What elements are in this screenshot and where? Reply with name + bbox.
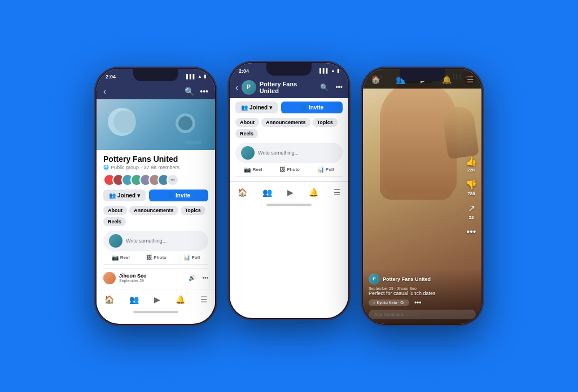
more-icon-post-1[interactable]: •••	[202, 275, 208, 281]
tab-topics-2[interactable]: Topics	[313, 118, 338, 127]
volume-icon-1[interactable]: 🔊	[189, 275, 195, 281]
nav-home-3[interactable]: 🏠	[366, 74, 385, 85]
avatar-more-1: •••	[167, 174, 179, 186]
audio-pill-3[interactable]: ♪ Kyoko Kato · Or	[369, 299, 409, 306]
poll-icon-2: 📊	[317, 166, 324, 173]
poll-button-1[interactable]: 📊 Poll	[183, 254, 200, 261]
photo-button-1[interactable]: 🖼 Photo	[146, 254, 167, 261]
post-preview-1: Jihoon Seo September 29 🔊 •••	[103, 268, 208, 285]
nav-home-1[interactable]: 🏠	[100, 294, 119, 305]
tab-announcements-2[interactable]: Announcements	[261, 118, 310, 127]
back-icon-2[interactable]: ‹	[235, 83, 238, 92]
phone-3-screen: 2:04 ▌▌▌ ▲ ▮ ‹ 📷 Create	[363, 69, 481, 324]
dislike-action-3[interactable]: 👎 780	[466, 179, 477, 196]
notch-3	[400, 69, 445, 81]
reel-audio-row-3: ♪ Kyoko Kato · Or •••	[369, 299, 476, 307]
battery-icon: ▮	[204, 74, 206, 79]
share-count-3: 52	[469, 215, 474, 220]
nav-home-2[interactable]: 🏠	[233, 187, 252, 198]
reel-description-3: Perfect for casual lunch dates	[369, 290, 476, 296]
bottom-nav-2: 🏠 👥 ▶ 🔔 ☰	[230, 182, 348, 201]
nav-menu-3[interactable]: ☰	[462, 74, 479, 85]
write-something-1[interactable]: Write something...	[103, 231, 208, 251]
action-row-2: 👥 Joined ▾ 👤 Invite About Announcements …	[230, 98, 348, 182]
like-count-3: 22K	[467, 168, 476, 173]
poll-button-2[interactable]: 📊 Poll	[317, 166, 334, 173]
nav-video-1[interactable]: ▶	[150, 294, 165, 305]
write-something-2[interactable]: Write something...	[235, 143, 343, 163]
wifi-icon-2: ▲	[331, 68, 335, 73]
action-buttons-1: 👥 Joined ▾ 👤 Invite	[103, 190, 208, 201]
phone-2: 2:04 ▌▌▌ ▲ ▮ ‹ P Pottery Fans United 🔍 •…	[227, 61, 351, 320]
invite-icon-1: 👤	[167, 192, 174, 199]
reel-button-2[interactable]: 📷 Reel	[244, 166, 262, 173]
group-type-1: Public group	[111, 165, 139, 170]
group-title-2: Pottery Fans United	[260, 81, 317, 94]
joined-button-2[interactable]: 👥 Joined ▾	[235, 102, 278, 113]
nav-video-2[interactable]: ▶	[283, 187, 298, 198]
more-icon-2[interactable]: •••	[335, 83, 343, 91]
search-icon-1[interactable]: 🔍	[185, 87, 194, 96]
reel-group-name-3: Pottery Fans United	[383, 276, 431, 282]
status-icons-1: ▌▌▌ ▲ ▮	[186, 74, 206, 79]
tab-topics-1[interactable]: Topics	[181, 206, 205, 215]
write-placeholder-1: Write something...	[126, 238, 167, 244]
bottom-nav-1: 🏠 👥 ▶ 🔔 ☰	[97, 289, 215, 309]
nav-menu-2[interactable]: ☰	[329, 187, 345, 198]
nav-groups-1[interactable]: 👥	[125, 294, 143, 305]
reel-icon-2: 📷	[244, 166, 251, 173]
phone2-header: ‹ P Pottery Fans United 🔍 •••	[230, 77, 348, 98]
nav-bell-2[interactable]: 🔔	[304, 187, 323, 198]
poll-icon-1: 📊	[183, 254, 190, 261]
header-icons-1: 🔍 •••	[185, 87, 208, 96]
joined-icon-2: 👥	[241, 104, 248, 111]
user-avatar-1	[109, 234, 122, 248]
reel-comment-row-3	[369, 310, 476, 319]
comment-input-3[interactable]	[369, 310, 476, 319]
more-icon-1[interactable]: •••	[200, 87, 208, 96]
photo-icon-1: 🖼	[146, 254, 152, 261]
thumbs-down-icon-3: 👎	[466, 179, 477, 190]
more-action-3[interactable]: •••	[467, 227, 476, 237]
back-icon-1[interactable]: ‹	[103, 87, 106, 96]
joined-button-1[interactable]: 👥 Joined ▾	[103, 190, 146, 201]
like-action-3[interactable]: 👍 22K	[466, 156, 477, 173]
audio-more-icon-3[interactable]: •••	[414, 299, 422, 307]
photo-button-2[interactable]: 🖼 Photo	[279, 166, 300, 173]
member-count-1: 37.8K members	[144, 165, 180, 170]
tabs-row-2: About Announcements Topics Reels	[235, 118, 343, 138]
search-icon-2[interactable]: 🔍	[320, 83, 329, 91]
write-placeholder-2: Write something...	[258, 150, 299, 156]
post-author-1: Jihoon Seo	[119, 273, 147, 279]
reel-bottom-3: P Pottery Fans United September 29 · Jih…	[363, 269, 481, 324]
tab-announcements-1[interactable]: Announcements	[129, 206, 178, 215]
group-avatar-2: P	[242, 80, 256, 95]
more-icon-3: •••	[467, 227, 476, 237]
share-action-3[interactable]: ↗ 52	[468, 203, 475, 220]
reel-button-1[interactable]: 📷 Reel	[112, 254, 130, 261]
media-buttons-1: 📷 Reel 🖼 Photo 📊 Poll	[103, 254, 208, 265]
invite-button-1[interactable]: 👤 Invite	[149, 190, 208, 201]
nav-menu-1[interactable]: ☰	[196, 294, 212, 305]
joined-icon-1: 👥	[109, 192, 116, 199]
nav-bell-1[interactable]: 🔔	[171, 294, 190, 305]
group-meta-1: 🌐 Public group · 37.8K members	[103, 165, 208, 170]
time-1: 2:04	[106, 74, 116, 80]
reel-icon-1: 📷	[112, 254, 119, 261]
nav-groups-2[interactable]: 👥	[258, 187, 277, 198]
reel-group-avatar-3: P	[369, 274, 380, 285]
time-2: 2:04	[239, 68, 249, 74]
tab-about-2[interactable]: About	[235, 118, 259, 127]
phone-3: 2:04 ▌▌▌ ▲ ▮ ‹ 📷 Create	[361, 67, 484, 326]
tabs-row-1: About Announcements Topics Reels	[103, 206, 208, 226]
tab-reels-1[interactable]: Reels	[103, 217, 126, 226]
wifi-icon: ▲	[198, 74, 202, 79]
action-buttons-2: 👥 Joined ▾ 👤 Invite	[235, 102, 343, 113]
phone3-reel-screen: 2:04 ▌▌▌ ▲ ▮ ‹ 📷 Create	[363, 69, 481, 324]
member-avatars-1: •••	[103, 174, 208, 186]
photo-icon-2: 🖼	[279, 166, 285, 173]
tab-reels-2[interactable]: Reels	[235, 129, 258, 138]
tab-about-1[interactable]: About	[103, 206, 127, 215]
invite-button-2[interactable]: 👤 Invite	[281, 102, 343, 113]
audio-icon-3: ♪	[373, 301, 375, 305]
